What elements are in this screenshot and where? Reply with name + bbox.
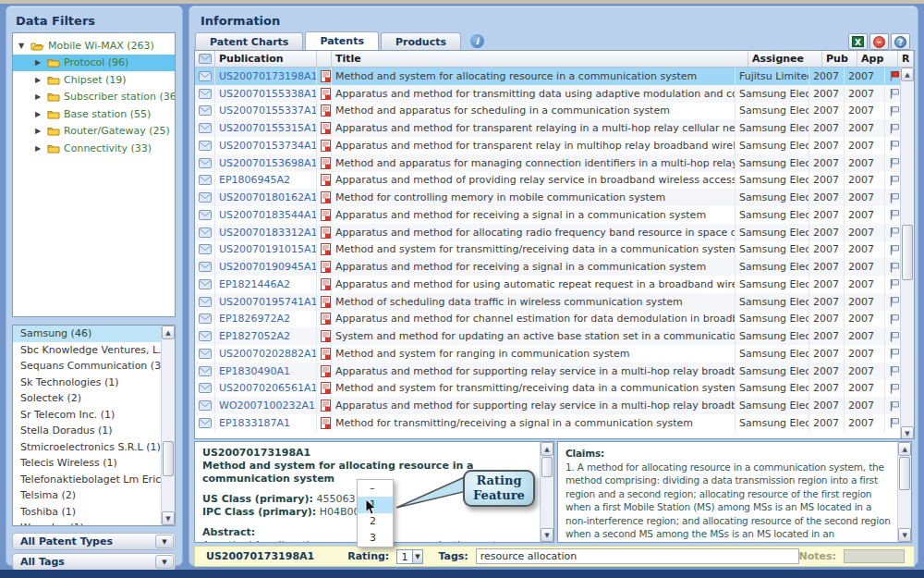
scrollbar-thumb[interactable] <box>163 441 174 476</box>
assignee-list-item[interactable]: Telecis Wireless (1) <box>13 455 162 472</box>
pdf-cell[interactable] <box>317 137 332 154</box>
chevron-down-icon[interactable]: ▼ <box>155 535 174 548</box>
pdf-icon[interactable] <box>321 243 331 255</box>
assignee-list-item[interactable]: Stella Doradus (1) <box>13 423 162 439</box>
pdf-cell[interactable] <box>317 397 332 414</box>
pdf-icon[interactable] <box>321 417 331 429</box>
envelope-icon[interactable] <box>199 105 212 116</box>
pdf-icon[interactable] <box>321 88 331 100</box>
publication-link[interactable]: US20070155337A1 <box>215 103 317 120</box>
tree-item[interactable]: ▶ Connectivity (33) <box>13 140 175 157</box>
scrollbar-thumb[interactable] <box>899 457 910 490</box>
assignee-list-item[interactable]: Sk Technologies (1) <box>13 375 162 391</box>
table-row[interactable]: US20070191015A1 Method and system for tr… <box>195 241 901 259</box>
flag-icon[interactable] <box>889 70 900 81</box>
all-patent-types-accordion[interactable]: All Patent Types ▼ <box>12 533 176 550</box>
table-row[interactable]: US20070190945A1 Apparatus and method for… <box>195 258 901 276</box>
pdf-cell[interactable] <box>317 85 332 103</box>
assignee-list-item[interactable]: Waav Inc (1) <box>13 520 162 526</box>
flag-icon[interactable] <box>889 105 900 117</box>
row-select-cell[interactable] <box>195 241 215 259</box>
table-row[interactable]: US20070155315A1 Apparatus and method for… <box>195 119 901 137</box>
publication-link[interactable]: US20070180162A1 <box>215 189 317 206</box>
envelope-icon[interactable] <box>199 314 212 324</box>
table-row[interactable]: EP1806945A2 Apparatus and method of prov… <box>195 172 901 190</box>
flag-cell[interactable] <box>885 172 901 190</box>
envelope-icon[interactable] <box>199 192 212 203</box>
scroll-down-icon[interactable]: ▼ <box>898 528 911 542</box>
flag-cell[interactable] <box>885 363 901 380</box>
flag-cell[interactable] <box>885 189 901 206</box>
flag-icon[interactable] <box>889 123 900 134</box>
envelope-icon[interactable] <box>199 331 212 341</box>
table-row[interactable]: US20070202882A1 Method and system for ra… <box>195 345 901 363</box>
row-select-cell[interactable] <box>195 363 215 380</box>
pdf-icon[interactable] <box>321 209 331 221</box>
chevron-down-icon[interactable]: ▼ <box>155 555 174 569</box>
scroll-up-icon[interactable]: ▲ <box>901 68 914 81</box>
pdf-icon[interactable] <box>321 365 331 377</box>
publication-link[interactable]: US20070206561A1 <box>215 380 317 398</box>
claims-scrollbar[interactable]: ▲ ▼ <box>897 442 911 542</box>
table-row[interactable]: US20070155338A1 Apparatus and method for… <box>195 85 901 103</box>
table-row[interactable]: US20070183544A1 Apparatus and method for… <box>195 206 901 224</box>
pdf-icon[interactable] <box>321 261 331 273</box>
flag-cell[interactable] <box>885 68 901 85</box>
flag-icon[interactable] <box>889 192 900 203</box>
publication-link[interactable]: EP1806945A2 <box>215 172 317 190</box>
pdf-cell[interactable] <box>317 154 332 172</box>
assignee-scrollbar[interactable]: ▲ ▼ <box>161 326 175 525</box>
row-select-cell[interactable] <box>195 172 215 190</box>
table-row[interactable]: EP1821446A2 Apparatus and method for usi… <box>195 276 901 293</box>
pdf-cell[interactable] <box>317 258 332 276</box>
tree-item[interactable]: ▶ Subscriber station (36) <box>13 89 175 106</box>
tab-patents[interactable]: Patents <box>305 31 379 51</box>
flag-icon[interactable] <box>889 348 900 359</box>
pdf-cell[interactable] <box>317 311 332 328</box>
flag-cell[interactable] <box>885 154 901 172</box>
row-select-cell[interactable] <box>195 380 215 398</box>
pdf-cell[interactable] <box>317 241 332 259</box>
header-assignee[interactable]: Assignee <box>748 51 822 67</box>
flag-cell[interactable] <box>885 119 901 137</box>
scroll-down-icon[interactable]: ▼ <box>901 426 914 439</box>
table-row[interactable]: EP1830490A1 Apparatus and method for sup… <box>195 363 901 380</box>
remove-button[interactable]: – <box>869 33 889 50</box>
flag-cell[interactable] <box>885 241 901 259</box>
publication-link[interactable]: US20070155315A1 <box>215 119 317 137</box>
flag-cell[interactable] <box>885 345 901 363</box>
flag-icon[interactable] <box>889 244 900 255</box>
caret-right-icon[interactable]: ▶ <box>35 76 43 84</box>
assignee-list-item[interactable]: Sequans Communication (3) <box>13 358 162 375</box>
pdf-cell[interactable] <box>317 363 332 380</box>
row-select-cell[interactable] <box>195 327 215 345</box>
envelope-icon[interactable] <box>199 89 212 99</box>
tags-input[interactable] <box>476 548 799 564</box>
rating-dropdown-arrow-icon[interactable]: ▼ <box>413 549 424 564</box>
pdf-cell[interactable] <box>317 172 332 190</box>
scroll-up-icon[interactable]: ▲ <box>541 442 553 456</box>
row-select-cell[interactable] <box>195 345 215 363</box>
table-row[interactable]: EP1827052A2 System and method for updati… <box>195 327 901 345</box>
table-row[interactable]: US20070153698A1 Method and apparatus for… <box>195 154 901 172</box>
row-select-cell[interactable] <box>195 68 215 85</box>
flag-icon[interactable] <box>889 365 900 376</box>
table-row[interactable]: US20070153734A1 Apparatus and method for… <box>195 137 901 154</box>
envelope-icon[interactable] <box>199 366 212 376</box>
pdf-icon[interactable] <box>321 400 331 412</box>
flag-icon[interactable] <box>889 157 900 168</box>
pdf-icon[interactable] <box>321 191 331 203</box>
info-icon[interactable]: i <box>470 34 484 48</box>
assignee-list-item[interactable]: Samsung (46) <box>13 326 162 342</box>
scroll-down-icon[interactable]: ▼ <box>541 528 553 542</box>
caret-right-icon[interactable]: ▶ <box>35 58 43 67</box>
assignee-list-item[interactable]: Telefonaktiebolaget Lm Ericsson (P <box>13 472 162 488</box>
pdf-cell[interactable] <box>317 327 332 345</box>
table-row[interactable]: US20070183312A1 Apparatus and method for… <box>195 224 901 241</box>
pdf-cell[interactable] <box>317 103 332 120</box>
tree-item[interactable]: ▶ Chipset (19) <box>13 71 175 89</box>
envelope-icon[interactable] <box>199 262 212 272</box>
publication-link[interactable]: US20070191015A1 <box>215 241 317 259</box>
help-button[interactable]: ? <box>891 33 910 50</box>
scrollbar-thumb[interactable] <box>902 225 913 280</box>
